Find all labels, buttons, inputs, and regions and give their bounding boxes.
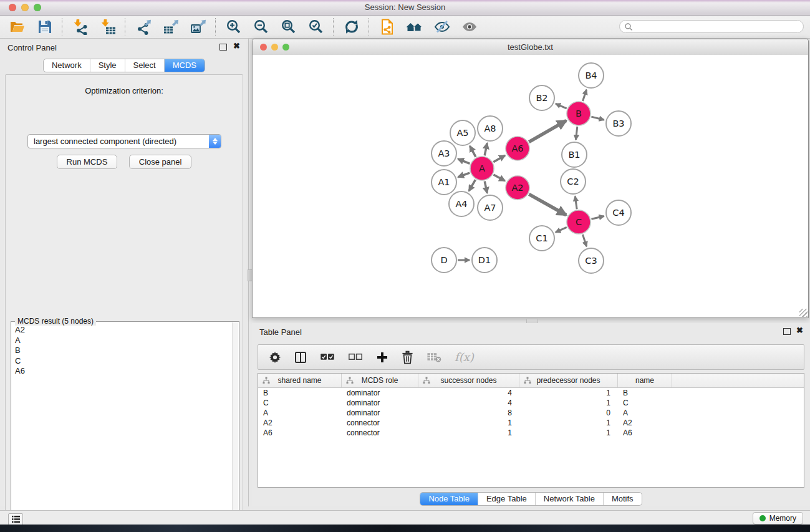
add-column-icon[interactable] bbox=[376, 351, 388, 364]
graph-node-label: A7 bbox=[484, 203, 496, 213]
network-view-window: testGlobe.txt B4B2BB3A5A8A6A3B1AA1C2A2A4… bbox=[252, 39, 809, 318]
graph-node-label: A3 bbox=[438, 148, 450, 158]
column-header-predecessor-nodes[interactable]: predecessor nodes bbox=[519, 374, 618, 387]
table-row[interactable]: A6connector11A6 bbox=[258, 428, 804, 438]
graph-edge-A-A3[interactable] bbox=[458, 159, 470, 164]
export-network-icon[interactable] bbox=[135, 19, 152, 36]
tab-select[interactable]: Select bbox=[125, 59, 164, 72]
column-header-name[interactable]: name bbox=[618, 374, 672, 387]
criterion-dropdown[interactable]: largest connected component (directed) bbox=[27, 134, 221, 148]
graph-edge-A-A1[interactable] bbox=[458, 173, 470, 177]
graph-edge-A-A8[interactable] bbox=[485, 143, 487, 156]
export-image-icon[interactable] bbox=[190, 19, 206, 36]
table-row[interactable]: A2connector11A2 bbox=[258, 418, 804, 428]
graph-edge-A-A5[interactable] bbox=[470, 146, 476, 157]
tab-mcds[interactable]: MCDS bbox=[164, 59, 205, 72]
home-layout-icon[interactable] bbox=[406, 19, 423, 36]
mcds-result-title: MCDS result (5 nodes) bbox=[15, 317, 96, 326]
mcds-result-item[interactable]: C bbox=[12, 356, 233, 367]
select-all-icon[interactable] bbox=[320, 352, 335, 362]
zoom-selected-icon[interactable] bbox=[307, 19, 324, 36]
column-header-label: MCDS role bbox=[362, 376, 398, 385]
graph-edge-B-B1[interactable] bbox=[576, 127, 577, 140]
new-network-document-icon[interactable] bbox=[378, 19, 395, 36]
graph-edge-C-C2[interactable] bbox=[575, 196, 577, 209]
graph-edge-B-B3[interactable] bbox=[591, 117, 604, 120]
zoom-fit-icon[interactable] bbox=[280, 19, 297, 36]
tab-motifs[interactable]: Motifs bbox=[603, 493, 642, 505]
network-canvas[interactable]: B4B2BB3A5A8A6A3B1AA1C2A2A4A7C4CC1DD1C3 bbox=[253, 55, 808, 317]
search-input[interactable] bbox=[635, 22, 803, 32]
deselect-all-icon[interactable] bbox=[348, 352, 363, 362]
close-panel-button[interactable]: Close panel bbox=[129, 155, 192, 169]
graph-edge-C-C3[interactable] bbox=[582, 235, 586, 246]
graph-node-label: A2 bbox=[511, 183, 523, 193]
table-row[interactable]: Cdominator41C bbox=[258, 398, 804, 408]
toolbar-separator bbox=[215, 18, 216, 36]
tab-network-table[interactable]: Network Table bbox=[535, 493, 603, 505]
control-panel-header: Control Panel ✖ bbox=[0, 39, 248, 56]
function-builder-icon: f(x) bbox=[455, 351, 474, 364]
delete-column-icon[interactable] bbox=[402, 351, 413, 364]
show-panels-icon[interactable] bbox=[461, 19, 478, 36]
hide-panels-icon[interactable] bbox=[433, 19, 450, 36]
close-panel-icon[interactable]: ✖ bbox=[233, 42, 240, 51]
graph-edge-A2-C[interactable] bbox=[529, 194, 566, 215]
graph-edge-A-A6[interactable] bbox=[493, 155, 505, 162]
float-panel-icon[interactable] bbox=[219, 44, 227, 51]
graph-node-label: A4 bbox=[455, 199, 467, 209]
graph-node-label: B1 bbox=[568, 150, 580, 160]
tab-node-table[interactable]: Node Table bbox=[420, 493, 478, 505]
mcds-tab-content: Optimization criterion: largest connecte… bbox=[5, 74, 243, 532]
toolbar-separator bbox=[369, 18, 370, 36]
table-row[interactable]: Adominator80A bbox=[258, 408, 804, 418]
graph-edge-C-C4[interactable] bbox=[591, 216, 604, 219]
table-row[interactable]: Bdominator41B bbox=[258, 388, 804, 398]
run-mcds-button[interactable]: Run MCDS bbox=[57, 155, 118, 169]
mcds-result-item[interactable]: B bbox=[12, 346, 233, 356]
table-panel-header: Table Panel ✖ bbox=[252, 323, 810, 341]
network-graph[interactable]: B4B2BB3A5A8A6A3B1AA1C2A2A4A7C4CC1DD1C3 bbox=[253, 55, 808, 317]
float-table-panel-icon[interactable] bbox=[783, 328, 791, 335]
graph-edge-B-B2[interactable] bbox=[556, 104, 567, 108]
settings-icon[interactable] bbox=[269, 351, 281, 364]
close-table-panel-icon[interactable]: ✖ bbox=[796, 326, 803, 335]
memory-button[interactable]: Memory bbox=[753, 512, 803, 525]
column-header-MCDS-role[interactable]: MCDS role bbox=[342, 374, 418, 387]
graph-edge-A-A2[interactable] bbox=[493, 175, 504, 181]
delete-table-icon bbox=[427, 351, 441, 363]
graph-edge-A-A4[interactable] bbox=[469, 180, 475, 191]
column-header-shared-name[interactable]: shared name bbox=[258, 374, 342, 387]
zoom-in-icon[interactable] bbox=[225, 19, 242, 36]
column-header-successor-nodes[interactable]: successor nodes bbox=[418, 374, 519, 387]
table-cell: 0 bbox=[519, 409, 618, 417]
show-columns-icon[interactable] bbox=[294, 351, 307, 364]
open-session-icon[interactable] bbox=[9, 19, 26, 36]
mcds-result-scrollbar[interactable] bbox=[232, 322, 238, 532]
graph-node-label: D1 bbox=[478, 255, 491, 265]
refresh-network-icon[interactable] bbox=[343, 19, 360, 36]
tab-style[interactable]: Style bbox=[90, 59, 125, 72]
mcds-result-item[interactable]: A6 bbox=[12, 366, 233, 377]
mcds-result-item[interactable]: A bbox=[12, 336, 233, 346]
search-field[interactable] bbox=[619, 20, 804, 33]
table-cell: C bbox=[618, 399, 672, 407]
export-table-icon[interactable] bbox=[162, 19, 179, 36]
tab-network[interactable]: Network bbox=[44, 59, 90, 72]
import-table-icon[interactable] bbox=[99, 19, 116, 36]
show-panels-list-button[interactable] bbox=[8, 513, 23, 525]
graph-edge-A-A7[interactable] bbox=[485, 181, 487, 193]
table-cell: dominator bbox=[342, 389, 418, 397]
zoom-out-icon[interactable] bbox=[253, 19, 269, 36]
graph-edge-A6-B[interactable] bbox=[529, 120, 566, 142]
window-resize-grip[interactable] bbox=[799, 309, 808, 317]
table-cell: A bbox=[618, 409, 672, 417]
column-header-label: shared name bbox=[277, 376, 321, 385]
graph-edge-C-C1[interactable] bbox=[556, 227, 567, 232]
save-session-icon[interactable] bbox=[36, 19, 53, 36]
mcds-result-item[interactable]: A2 bbox=[12, 325, 233, 336]
tab-edge-table[interactable]: Edge Table bbox=[478, 493, 535, 505]
column-header-label: name bbox=[635, 376, 654, 385]
import-network-icon[interactable] bbox=[72, 19, 89, 36]
graph-edge-B-B4[interactable] bbox=[583, 90, 587, 101]
